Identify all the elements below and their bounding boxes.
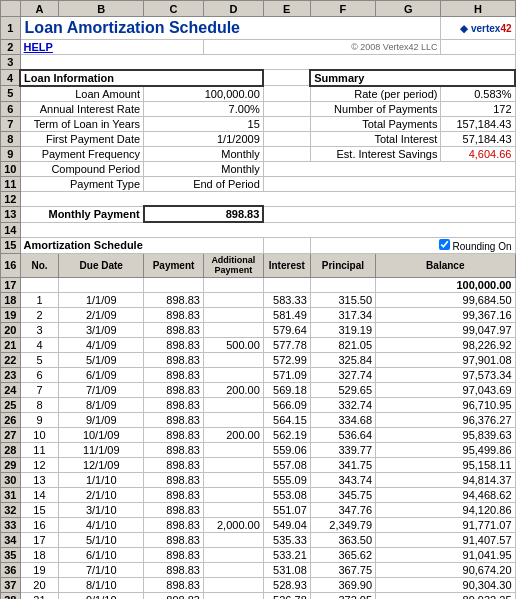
term-label: Term of Loan in Years [20, 116, 143, 131]
row-15-num: 15 [1, 237, 21, 253]
row-8: 8 First Payment Date 1/1/2009 Total Inte… [1, 131, 516, 146]
data-row-20: 20 3 3/1/09 898.83 579.64 319.19 99,047.… [1, 323, 516, 338]
total-payments-label: Total Payments [310, 116, 441, 131]
column-header-row: A B C D E F G H [1, 1, 516, 17]
row-17-payment [144, 278, 204, 293]
row-7-e [263, 116, 310, 131]
term-value[interactable]: 15 [144, 116, 264, 131]
num-payments-label: Number of Payments [310, 101, 441, 116]
row-17-num: 17 [1, 278, 21, 293]
total-interest-label: Total Interest [310, 131, 441, 146]
row-4: 4 Loan Information Summary [1, 70, 516, 86]
annual-rate-value[interactable]: 7.00% [144, 101, 264, 116]
row-2-h [441, 40, 515, 55]
row-17-no [20, 278, 59, 293]
col-e-header: E [263, 1, 310, 17]
row-17-add [203, 278, 263, 293]
row-6: 6 Annual Interest Rate 7.00% Number of P… [1, 101, 516, 116]
est-savings-label: Est. Interest Savings [310, 146, 441, 161]
data-row-37: 37 20 8/1/10 898.83 528.93 369.90 90,304… [1, 578, 516, 593]
help-cell[interactable]: HELP [20, 40, 203, 55]
data-row-29: 29 12 12/1/09 898.83 557.08 341.75 95,15… [1, 458, 516, 473]
data-row-30: 30 13 1/1/10 898.83 555.09 343.74 94,814… [1, 473, 516, 488]
row-3: 3 [1, 55, 516, 70]
summary-header: Summary [310, 70, 515, 86]
data-row-25: 25 8 8/1/09 898.83 566.09 332.74 96,710.… [1, 398, 516, 413]
total-payments-value: 157,184.43 [441, 116, 515, 131]
monthly-payment-value: 898.83 [144, 206, 264, 222]
copyright-cell: © 2008 Vertex42 LLC [203, 40, 440, 55]
col-payment-header: Payment [144, 253, 204, 278]
compound-label: Compound Period [20, 161, 143, 176]
data-row-36: 36 19 7/1/10 898.83 531.08 367.75 90,674… [1, 563, 516, 578]
data-row-38: 38 21 9/1/10 898.83 526.78 372.05 89,932… [1, 593, 516, 599]
row-15: 15 Amortization Schedule Rounding On [1, 237, 516, 253]
rounding-label: Rounding On [453, 241, 512, 252]
col-c-header: C [144, 1, 204, 17]
col-balance-header: Balance [376, 253, 515, 278]
col-a-header: A [20, 1, 59, 17]
data-row-33: 33 16 4/1/10 898.83 2,000.00 549.04 2,34… [1, 518, 516, 533]
row-17-balance: 100,000.00 [376, 278, 515, 293]
monthly-payment-label: Monthly Payment [20, 206, 143, 222]
rate-value: 0.583% [441, 86, 515, 102]
col-f-header: F [310, 1, 375, 17]
row-2-num: 2 [1, 40, 21, 55]
rounding-cell[interactable]: Rounding On [310, 237, 515, 253]
row-14-blank [20, 222, 515, 237]
row-17-principal [310, 278, 375, 293]
col-h-header: H [441, 1, 515, 17]
row-11: 11 Payment Type End of Period [1, 176, 516, 191]
row-12-blank [20, 191, 515, 206]
row-6-e [263, 101, 310, 116]
row-5-e [263, 86, 310, 102]
payment-freq-label: Payment Frequency [20, 146, 143, 161]
payment-type-label: Payment Type [20, 176, 143, 191]
annual-rate-label: Annual Interest Rate [20, 101, 143, 116]
amort-col-header-row: 16 No. Due Date Payment AdditionalPaymen… [1, 253, 516, 278]
row-8-num: 8 [1, 131, 21, 146]
row-15-e [263, 237, 310, 253]
row-11-right [263, 176, 515, 191]
row-17-interest [263, 278, 310, 293]
row-6-num: 6 [1, 101, 21, 116]
data-row-31: 31 14 2/1/10 898.83 553.08 345.75 94,468… [1, 488, 516, 503]
spreadsheet-title: Loan Amortization Schedule [20, 17, 441, 40]
total-interest-value: 57,184.43 [441, 131, 515, 146]
first-payment-label: First Payment Date [20, 131, 143, 146]
row-11-num: 11 [1, 176, 21, 191]
data-row-21: 21 4 4/1/09 898.83 500.00 577.78 821.05 … [1, 338, 516, 353]
col-no-header: No. [20, 253, 59, 278]
data-row-17: 17 100,000.00 [1, 278, 516, 293]
data-row-18: 18 1 1/1/09 898.83 583.33 315.50 99,684.… [1, 293, 516, 308]
row-12: 12 [1, 191, 516, 206]
data-row-23: 23 6 6/1/09 898.83 571.09 327.74 97,573.… [1, 368, 516, 383]
row-7-num: 7 [1, 116, 21, 131]
col-date-header: Due Date [59, 253, 144, 278]
payment-type-value[interactable]: End of Period [144, 176, 264, 191]
logo-text: ◆ vertex42 [460, 23, 511, 34]
row-9-num: 9 [1, 146, 21, 161]
compound-value[interactable]: Monthly [144, 161, 264, 176]
data-row-28: 28 11 11/1/09 898.83 559.06 339.77 95,49… [1, 443, 516, 458]
first-payment-value[interactable]: 1/1/2009 [144, 131, 264, 146]
loan-info-header: Loan Information [20, 70, 263, 86]
row-3-num: 3 [1, 55, 21, 70]
rounding-checkbox[interactable] [439, 239, 450, 250]
amort-schedule-header: Amortization Schedule [20, 237, 263, 253]
row-17-date [59, 278, 144, 293]
row-14: 14 [1, 222, 516, 237]
payment-freq-value[interactable]: Monthly [144, 146, 264, 161]
logo-cell: ◆ vertex42 [441, 17, 515, 40]
loan-amount-value[interactable]: 100,000.00 [144, 86, 264, 102]
row-12-num: 12 [1, 191, 21, 206]
help-row: 2 HELP © 2008 Vertex42 LLC [1, 40, 516, 55]
row-8-e [263, 131, 310, 146]
data-row-24: 24 7 7/1/09 898.83 200.00 569.18 529.65 … [1, 383, 516, 398]
help-link[interactable]: HELP [24, 41, 53, 53]
row-14-num: 14 [1, 222, 21, 237]
row-9-e [263, 146, 310, 161]
col-add-payment-header: AdditionalPayment [203, 253, 263, 278]
rate-label: Rate (per period) [310, 86, 441, 102]
col-b-header: B [59, 1, 144, 17]
